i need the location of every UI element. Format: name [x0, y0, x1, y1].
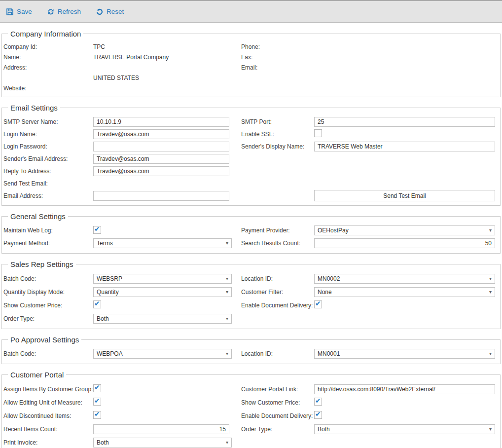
smtp-port-label: SMTP Port: — [241, 118, 314, 125]
maintain-web-log-checkbox[interactable] — [93, 226, 101, 234]
settings-page: Company Information Company Id: TPC Phon… — [0, 23, 502, 448]
section-po-approval-settings: Po Approval Settings Batch Code: WEBPOA … — [1, 336, 501, 364]
chevron-down-icon: ▾ — [226, 316, 228, 321]
po-batch-code-label: Batch Code: — [3, 350, 93, 357]
payment-method-dropdown[interactable]: Terms ▾ — [93, 238, 232, 248]
senders-email-input[interactable] — [93, 154, 229, 164]
location-id-label: Location ID: — [241, 275, 314, 282]
section-title: Customer Portal — [8, 371, 66, 379]
company-id-label: Company Id: — [3, 43, 93, 50]
portal-enable-document-delivery-checkbox[interactable] — [314, 411, 322, 419]
chevron-down-icon: ▾ — [489, 228, 492, 233]
allow-editing-uom-checkbox[interactable] — [93, 398, 101, 406]
chevron-down-icon: ▾ — [226, 276, 228, 281]
payment-method-label: Payment Method: — [3, 240, 93, 247]
show-customer-price-checkbox[interactable] — [93, 300, 101, 308]
reply-to-label: Reply To Address: — [3, 168, 93, 175]
batch-code-label: Batch Code: — [3, 275, 93, 282]
save-button[interactable]: Save — [6, 8, 32, 16]
section-email-settings: Email Settings SMTP Server Name: SMTP Po… — [1, 104, 501, 206]
section-general-settings: General Settings Maintain Web Log: Payme… — [1, 212, 501, 254]
recent-items-count-input[interactable] — [93, 424, 229, 434]
portal-order-type-dropdown[interactable]: Both ▾ — [314, 424, 495, 434]
customer-filter-label: Customer Filter: — [241, 289, 314, 296]
po-location-id-label: Location ID: — [241, 350, 314, 357]
portal-show-customer-price-checkbox[interactable] — [314, 398, 322, 406]
enable-document-delivery-checkbox[interactable] — [314, 300, 322, 308]
login-password-label: Login Password: — [3, 143, 93, 150]
email-label: Email: — [241, 64, 314, 71]
section-company-information: Company Information Company Id: TPC Phon… — [1, 30, 501, 97]
sales-batch-code-dropdown[interactable]: WEBSRP ▾ — [93, 274, 232, 284]
section-title: Company Information — [8, 30, 83, 38]
login-name-label: Login Name: — [3, 131, 93, 138]
enable-document-delivery-label: Enable Document Delivery: — [241, 302, 314, 309]
toolbar: Save Refresh Reset — [0, 0, 502, 23]
sender-display-name-label: Sender's Display Name: — [241, 143, 314, 150]
refresh-button[interactable]: Refresh — [47, 8, 81, 16]
print-invoice-label: Print Invoice: — [3, 439, 93, 446]
maintain-web-log-label: Maintain Web Log: — [3, 227, 93, 234]
section-customer-portal: Customer Portal Assign Items By Customer… — [1, 371, 501, 448]
refresh-icon — [47, 8, 55, 16]
company-id-value: TPC — [93, 43, 229, 50]
section-title: Email Settings — [8, 104, 60, 112]
address-label: Address: — [3, 64, 93, 71]
po-location-id-dropdown[interactable]: MN0001 ▾ — [314, 349, 495, 359]
chevron-down-icon: ▾ — [489, 276, 492, 281]
chevron-down-icon: ▾ — [226, 241, 228, 246]
phone-label: Phone: — [241, 43, 314, 50]
login-password-input[interactable] — [93, 142, 229, 151]
portal-order-type-label: Order Type: — [241, 426, 314, 433]
assign-items-label: Assign Items By Customer Group: — [3, 386, 93, 393]
reset-button[interactable]: Reset — [96, 8, 124, 16]
smtp-port-input[interactable] — [314, 117, 495, 127]
chevron-down-icon: ▾ — [489, 351, 492, 356]
quantity-display-mode-dropdown[interactable]: Quantity ▾ — [93, 287, 232, 297]
address-country-value: UNITED STATES — [93, 75, 229, 81]
send-test-email-label: Send Test Email: — [3, 180, 93, 187]
chevron-down-icon: ▾ — [226, 440, 228, 445]
save-icon — [6, 8, 14, 16]
send-test-email-button[interactable]: Send Test Email — [314, 190, 495, 201]
smtp-server-input[interactable] — [93, 117, 229, 127]
search-results-count-label: Search Results Count: — [241, 240, 314, 247]
search-results-count-input[interactable] — [314, 238, 495, 248]
sales-location-id-dropdown[interactable]: MN0002 ▾ — [314, 274, 495, 284]
allow-discontinued-checkbox[interactable] — [93, 411, 101, 419]
portal-enable-document-delivery-label: Enable Document Delivery: — [241, 412, 314, 419]
quantity-display-mode-label: Quantity Display Mode: — [3, 289, 93, 296]
customer-filter-dropdown[interactable]: None ▾ — [314, 287, 495, 297]
print-invoice-dropdown[interactable]: Both ▾ — [93, 438, 232, 448]
enable-ssl-checkbox[interactable] — [314, 129, 322, 137]
email-address-input[interactable] — [93, 191, 229, 201]
company-name-value: TRAVERSE Portal Company — [93, 54, 229, 61]
reset-icon — [96, 8, 104, 16]
smtp-server-label: SMTP Server Name: — [3, 118, 93, 125]
website-label: Website: — [3, 85, 93, 92]
senders-email-label: Sender's Email Address: — [3, 155, 93, 162]
assign-items-checkbox[interactable] — [93, 384, 101, 392]
customer-portal-link-label: Customer Portal Link: — [241, 386, 314, 393]
chevron-down-icon: ▾ — [226, 351, 228, 356]
sales-order-type-dropdown[interactable]: Both ▾ — [93, 314, 232, 324]
login-name-input[interactable] — [93, 129, 229, 139]
allow-editing-uom-label: Allow Editing Unit of Measure: — [3, 399, 93, 406]
chevron-down-icon: ▾ — [489, 427, 492, 432]
po-batch-code-dropdown[interactable]: WEBPOA ▾ — [93, 349, 232, 359]
payment-provider-dropdown[interactable]: OEHostPay ▾ — [314, 225, 495, 235]
show-customer-price-label: Show Customer Price: — [3, 302, 93, 309]
payment-provider-label: Payment Provider: — [241, 227, 314, 234]
order-type-label: Order Type: — [3, 315, 93, 322]
enable-ssl-label: Enable SSL: — [241, 131, 314, 138]
reply-to-input[interactable] — [93, 166, 229, 176]
customer-portal-link-input[interactable] — [314, 384, 495, 394]
fax-label: Fax: — [241, 54, 314, 61]
recent-items-count-label: Recent Items Count: — [3, 426, 93, 433]
section-title: Sales Rep Settings — [8, 260, 76, 268]
portal-show-customer-price-label: Show Customer Price: — [241, 399, 314, 406]
section-sales-rep-settings: Sales Rep Settings Batch Code: WEBSRP ▾ … — [1, 260, 501, 329]
sender-display-name-input[interactable] — [314, 142, 495, 151]
section-title: Po Approval Settings — [8, 336, 81, 344]
section-title: General Settings — [8, 212, 68, 221]
